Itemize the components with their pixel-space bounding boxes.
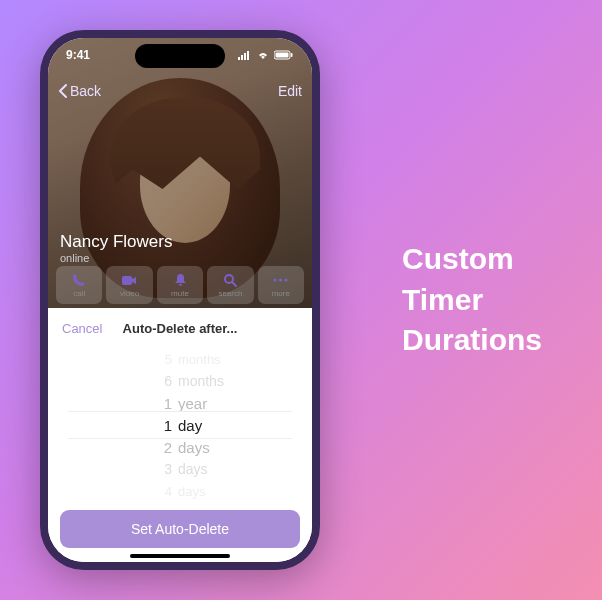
svg-line-9 (232, 282, 236, 286)
picker-option-selected[interactable]: 1day (48, 414, 312, 436)
status-time: 9:41 (66, 48, 90, 62)
picker-option[interactable]: 4days (48, 480, 312, 502)
video-button[interactable]: video (106, 266, 152, 304)
picker-option[interactable]: 3days (48, 458, 312, 480)
nav-bar: Back Edit (48, 74, 312, 108)
duration-picker[interactable]: 5months 6months 1year 1day 2days 3days 4… (48, 348, 312, 502)
svg-point-10 (274, 278, 277, 281)
svg-rect-5 (276, 53, 289, 58)
more-button[interactable]: more (258, 266, 304, 304)
svg-point-11 (279, 278, 282, 281)
back-button[interactable]: Back (58, 83, 101, 99)
promo-headline: Custom Timer Durations (402, 239, 542, 361)
contact-name: Nancy Flowers (60, 232, 172, 252)
svg-rect-3 (247, 51, 249, 60)
set-auto-delete-button[interactable]: Set Auto-Delete (60, 510, 300, 548)
back-label: Back (70, 83, 101, 99)
sheet-title: Auto-Delete after... (123, 321, 238, 336)
svg-rect-7 (122, 276, 132, 285)
dynamic-island (135, 44, 225, 68)
auto-delete-sheet: Cancel Auto-Delete after... 5months 6mon… (48, 308, 312, 562)
contact-info: Nancy Flowers online (60, 232, 172, 264)
call-label: call (73, 289, 85, 298)
picker-option[interactable]: 5months (48, 348, 312, 370)
headline-line-2: Timer (402, 280, 542, 321)
cancel-button[interactable]: Cancel (62, 321, 102, 336)
search-button[interactable]: search (207, 266, 253, 304)
contact-status: online (60, 252, 172, 264)
picker-option[interactable]: 2days (48, 436, 312, 458)
picker-option[interactable]: 6months (48, 370, 312, 392)
call-button[interactable]: call (56, 266, 102, 304)
mute-button[interactable]: mute (157, 266, 203, 304)
svg-rect-6 (291, 53, 293, 57)
more-label: more (272, 289, 290, 298)
svg-rect-0 (238, 57, 240, 60)
home-indicator[interactable] (130, 554, 230, 558)
promo-canvas: 9:41 Back (0, 0, 602, 600)
picker-option[interactable]: 1year (48, 392, 312, 414)
mute-label: mute (171, 289, 189, 298)
battery-icon (274, 50, 294, 60)
action-bar: call video mute search (56, 266, 304, 304)
phone-screen: 9:41 Back (48, 38, 312, 562)
headline-line-3: Durations (402, 320, 542, 361)
sheet-header: Cancel Auto-Delete after... (48, 308, 312, 348)
headline-line-1: Custom (402, 239, 542, 280)
profile-header: Back Edit Nancy Flowers online call vide (48, 38, 312, 308)
phone-icon (72, 273, 86, 287)
search-icon (223, 273, 237, 287)
bell-icon (174, 273, 187, 287)
phone-frame: 9:41 Back (40, 30, 320, 570)
more-icon (273, 278, 288, 282)
wifi-icon (256, 50, 270, 60)
chevron-left-icon (58, 83, 68, 99)
video-label: video (120, 289, 139, 298)
signal-icon (238, 50, 252, 60)
search-label: search (218, 289, 242, 298)
svg-rect-1 (241, 55, 243, 60)
svg-point-12 (285, 278, 288, 281)
svg-rect-2 (244, 53, 246, 60)
status-indicators (238, 50, 294, 60)
video-icon (122, 275, 137, 286)
edit-button[interactable]: Edit (278, 83, 302, 99)
